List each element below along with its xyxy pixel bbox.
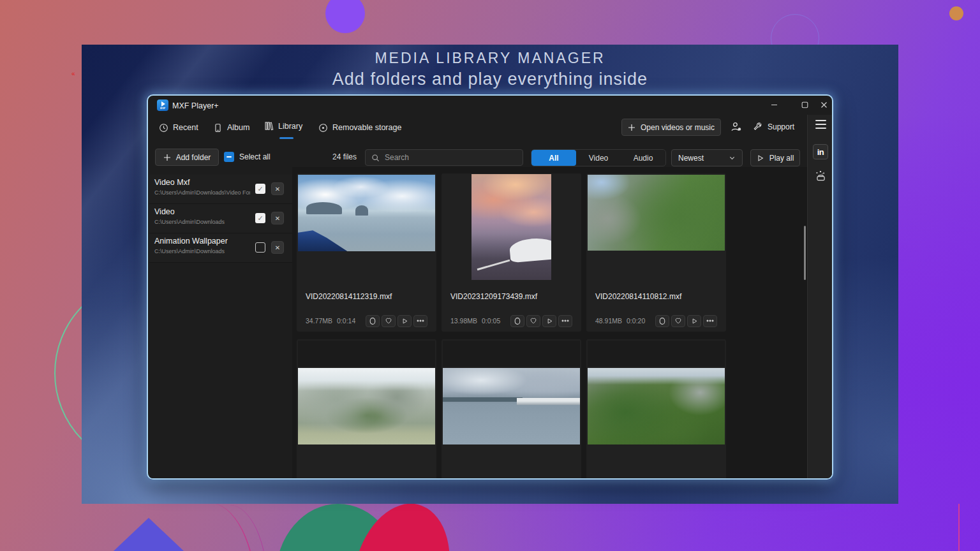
filter-video[interactable]: Video — [576, 150, 621, 166]
video-card[interactable] — [586, 339, 726, 480]
play-all-button[interactable]: Play all — [750, 149, 800, 166]
folder-row[interactable]: Video Mxf C:\Users\Admin\Downloads\Video… — [149, 175, 292, 204]
tab-removable-storage[interactable]: Removable storage — [318, 121, 401, 134]
folder-remove-button[interactable]: ✕ — [271, 182, 284, 195]
play-button[interactable] — [397, 315, 412, 327]
folder-row[interactable]: Animation Wallpaper C:\Users\Admin\Downl… — [149, 233, 292, 263]
filter-audio[interactable]: Audio — [621, 150, 665, 166]
video-duration: 0:0:14 — [337, 317, 355, 325]
user-gear-icon — [731, 121, 742, 133]
video-filename: VID20220814112319.mxf — [306, 292, 392, 301]
video-card[interactable] — [442, 339, 581, 480]
menu-button[interactable] — [815, 120, 826, 131]
tab-album[interactable]: Album — [213, 121, 249, 134]
play-button[interactable] — [542, 315, 556, 327]
close-button[interactable] — [814, 99, 833, 110]
more-button[interactable] — [413, 315, 427, 327]
play-icon — [757, 154, 764, 162]
loop-icon — [658, 317, 666, 325]
plus-icon — [628, 124, 635, 131]
video-size: 48.91MB — [595, 317, 622, 325]
select-all-control[interactable]: Select all — [224, 152, 271, 162]
close-icon — [820, 101, 828, 108]
banner-subtitle: Add folders and play everything inside — [82, 70, 898, 89]
more-button[interactable] — [558, 315, 572, 327]
minimize-button[interactable] — [764, 99, 783, 110]
clock-icon — [159, 123, 168, 133]
favorite-button[interactable] — [526, 315, 540, 327]
video-filename: VID20231209173439.mxf — [450, 292, 537, 301]
folder-sidebar: Video Mxf C:\Users\Admin\Downloads\Video… — [149, 167, 292, 480]
loop-button[interactable] — [366, 315, 380, 327]
indeterminate-icon — [226, 156, 232, 158]
video-card[interactable] — [297, 339, 436, 480]
favorite-button[interactable] — [382, 315, 396, 327]
video-size: 34.77MB — [306, 317, 332, 325]
promo-button[interactable] — [814, 170, 827, 184]
folder-remove-button[interactable]: ✕ — [271, 212, 284, 224]
tab-library[interactable]: Library — [264, 121, 302, 139]
favorite-button[interactable] — [671, 315, 685, 327]
bg-pink-line — [958, 504, 960, 551]
folder-checkbox-checked[interactable]: ✓ — [255, 184, 265, 194]
filter-all[interactable]: All — [531, 150, 576, 166]
video-size: 13.98MB — [450, 317, 477, 325]
bg-purple-circle — [325, 0, 365, 33]
search-box[interactable] — [365, 149, 523, 166]
thumbnail-letterbox — [443, 341, 580, 367]
select-all-checkbox[interactable] — [224, 152, 234, 162]
video-filename: VID20220814110812.mxf — [595, 292, 681, 301]
more-button[interactable] — [703, 315, 717, 327]
bg-orange-circle — [949, 6, 963, 20]
folder-name: Video Mxf — [154, 178, 189, 187]
account-button[interactable] — [731, 121, 742, 135]
video-thumbnail[interactable] — [298, 368, 435, 444]
support-button[interactable]: Support — [753, 119, 794, 135]
library-icon — [264, 121, 274, 131]
add-folder-button[interactable]: Add folder — [155, 149, 219, 166]
open-videos-button[interactable]: Open videos or music — [621, 119, 721, 136]
play-icon — [691, 318, 698, 325]
folder-path: C:\Users\Admin\Downloads — [154, 248, 250, 254]
right-rail: in — [807, 115, 833, 480]
folder-checkbox-checked[interactable]: ✓ — [255, 213, 265, 223]
banner-title: MEDIA LIBRARY MANAGER — [82, 50, 898, 67]
app-logo: MXF — [157, 99, 168, 111]
folder-remove-button[interactable]: ✕ — [271, 241, 284, 254]
video-card[interactable]: VID20231209173439.mxf 13.98MB 0:0:05 — [442, 173, 581, 332]
video-thumbnail[interactable] — [471, 174, 551, 280]
video-thumbnail[interactable] — [443, 368, 580, 444]
sort-dropdown[interactable]: Newest — [671, 149, 743, 166]
tab-recent[interactable]: Recent — [159, 121, 198, 134]
disc-icon — [318, 123, 328, 133]
search-input[interactable] — [385, 153, 512, 162]
video-thumbnail[interactable] — [298, 175, 435, 251]
folder-row[interactable]: Video C:\Users\Admin\Downloads ✓ ✕ — [149, 204, 292, 233]
app-window: MXF MXF Player+ Recent Album Library — [147, 94, 833, 480]
search-icon — [371, 154, 380, 162]
more-icon — [417, 320, 424, 322]
video-card[interactable]: VID20220814110812.mxf 48.91MB 0:0:20 — [586, 173, 726, 332]
active-tab-indicator — [279, 137, 293, 139]
video-duration: 0:0:05 — [482, 317, 500, 325]
party-icon — [814, 170, 827, 182]
album-icon — [213, 123, 223, 133]
plus-icon — [163, 154, 171, 161]
linkedin-icon: in — [817, 147, 824, 157]
linkedin-button[interactable]: in — [813, 144, 828, 159]
video-thumbnail[interactable] — [588, 175, 725, 251]
video-card[interactable]: VID20220814112319.mxf 34.77MB 0:0:14 — [297, 173, 436, 332]
folder-name: Video — [154, 207, 175, 216]
wrench-icon — [753, 122, 762, 132]
play-button[interactable] — [687, 315, 701, 327]
maximize-button[interactable] — [795, 99, 814, 110]
loop-button[interactable] — [510, 315, 524, 327]
video-thumbnail[interactable] — [588, 368, 725, 444]
heart-icon — [530, 317, 537, 325]
more-icon — [561, 320, 569, 322]
loop-button[interactable] — [655, 315, 669, 327]
folder-checkbox-unchecked[interactable] — [255, 242, 265, 253]
heart-icon — [674, 317, 682, 325]
vertical-scrollbar[interactable] — [804, 226, 806, 280]
folder-path: C:\Users\Admin\Downloads\Video Form — [154, 189, 250, 196]
